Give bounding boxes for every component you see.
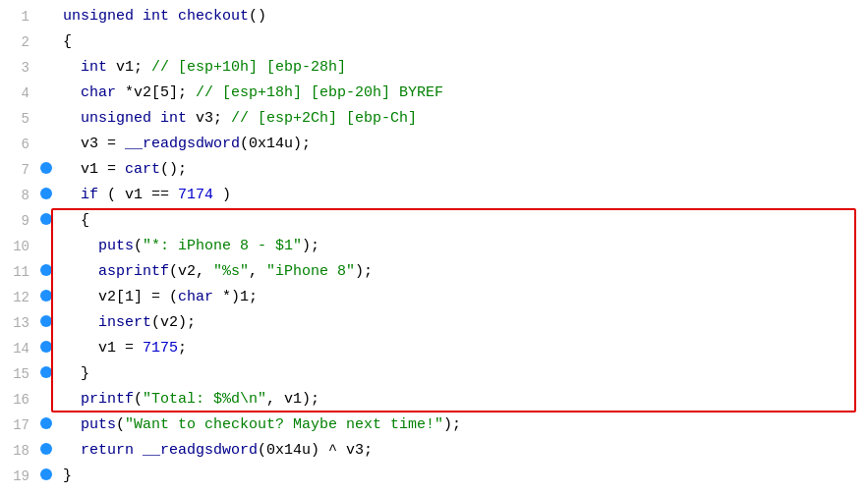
line-number: 4	[8, 81, 29, 106]
token-str: "%s"	[213, 263, 249, 280]
breakpoint-dot	[40, 443, 52, 455]
breakpoint-dot	[40, 341, 52, 353]
token-plain: (v2);	[151, 314, 196, 331]
breakpoint-dot	[40, 468, 52, 480]
line-number: 13	[8, 310, 29, 336]
line-number: 17	[8, 412, 29, 438]
code-editor: 1234567891011121314151617181920 unsigned…	[0, 0, 868, 495]
breakpoint-indicator	[39, 81, 53, 106]
token-fn: cart	[125, 161, 160, 178]
breakpoint-dot	[40, 213, 52, 225]
line-number: 5	[8, 106, 29, 132]
token-plain: ()	[249, 8, 266, 25]
breakpoint-indicator	[39, 208, 53, 234]
token-plain: *v2[5];	[116, 84, 196, 101]
token-kw: if	[81, 187, 98, 203]
breakpoint-dot	[40, 264, 52, 276]
line-number: 2	[8, 29, 29, 55]
breakpoint-indicator	[39, 310, 53, 336]
token-plain: );	[302, 238, 319, 254]
token-num: 7174	[178, 187, 213, 203]
line-number: 7	[8, 157, 29, 183]
token-plain	[63, 238, 98, 254]
token-plain: );	[355, 263, 373, 280]
breakpoint-dot	[40, 366, 52, 378]
code-line: v3 = __readgsdword(0x14u);	[63, 132, 860, 157]
token-fn: insert	[98, 314, 151, 331]
token-plain	[63, 110, 81, 127]
token-plain: }	[63, 365, 89, 382]
token-plain: (0x14u);	[240, 136, 311, 152]
line-number: 19	[8, 464, 29, 489]
line-number: 16	[8, 387, 29, 412]
token-str: "Want to checkout? Maybe next time!"	[125, 416, 443, 433]
code-line: unsigned int v3; // [esp+2Ch] [ebp-Ch]	[63, 106, 860, 132]
code-line: puts("*: iPhone 8 - $1");	[63, 234, 860, 259]
token-fn: __readgsdword	[143, 442, 258, 459]
line-number: 8	[8, 183, 29, 208]
token-plain: ;	[178, 340, 187, 357]
code-lines: unsigned int checkout(){ int v1; // [esp…	[55, 4, 868, 495]
breakpoint-indicator	[39, 4, 53, 29]
token-plain: );	[443, 416, 461, 433]
breakpoint-indicator	[39, 157, 53, 183]
code-line: unsigned int checkout()	[63, 4, 860, 29]
line-number: 10	[8, 234, 29, 259]
token-kw: unsigned int	[81, 110, 187, 127]
token-plain: v1 =	[63, 161, 125, 178]
line-number: 14	[8, 336, 29, 361]
token-plain: (	[134, 391, 143, 408]
line-number: 20	[8, 489, 29, 495]
token-plain: (	[116, 416, 125, 433]
token-plain: *)1;	[213, 289, 258, 305]
token-plain	[63, 442, 81, 459]
token-plain: ();	[160, 161, 187, 178]
line-number: 15	[8, 361, 29, 387]
token-plain	[63, 416, 81, 433]
token-kw: char	[81, 84, 116, 101]
line-numbers: 1234567891011121314151617181920	[0, 4, 37, 495]
token-plain: {	[63, 212, 89, 229]
breakpoint-indicator	[39, 55, 53, 81]
breakpoint-dot	[40, 188, 52, 199]
token-fn: checkout	[178, 8, 249, 25]
breakpoint-indicator	[39, 285, 53, 310]
code-line: puts("Want to checkout? Maybe next time!…	[63, 412, 860, 438]
token-kw: return	[81, 442, 134, 459]
token-str: "*: iPhone 8 - $1"	[143, 238, 302, 254]
code-line: {	[63, 29, 860, 55]
breakpoint-indicator	[39, 234, 53, 259]
breakpoint-indicator	[39, 132, 53, 157]
token-plain	[63, 187, 81, 203]
breakpoint-indicator	[39, 336, 53, 361]
token-fn: __readgsdword	[125, 136, 240, 152]
token-plain	[169, 8, 178, 25]
token-plain: {	[63, 33, 72, 50]
token-str: "Total: $%d\n"	[143, 391, 266, 408]
token-fn: printf	[81, 391, 134, 408]
token-kw: int	[81, 59, 107, 76]
token-plain	[63, 59, 81, 76]
breakpoint-indicator	[39, 259, 53, 285]
breakpoint-indicator	[39, 29, 53, 55]
line-number: 3	[8, 55, 29, 81]
line-number: 9	[8, 208, 29, 234]
token-plain: v1 =	[63, 340, 143, 357]
token-plain	[63, 84, 81, 101]
line-number: 11	[8, 259, 29, 285]
breakpoint-indicator	[39, 438, 53, 464]
breakpoint-indicator	[39, 387, 53, 412]
token-fn: asprintf	[98, 263, 169, 280]
code-line: v1 = 7175;	[63, 336, 860, 361]
token-fn: puts	[81, 416, 116, 433]
code-line: v1 = cart();	[63, 157, 860, 183]
code-line: insert(v2);	[63, 310, 860, 336]
token-plain: (0x14u) ^ v3;	[258, 442, 373, 459]
line-number: 12	[8, 285, 29, 310]
token-num: 7175	[143, 340, 178, 357]
code-line: v2[1] = (char *)1;	[63, 285, 860, 310]
token-plain: v2[1] = (	[63, 289, 178, 305]
breakpoint-dot	[40, 162, 52, 174]
line-number: 1	[8, 4, 29, 29]
token-kw: char	[178, 289, 213, 305]
